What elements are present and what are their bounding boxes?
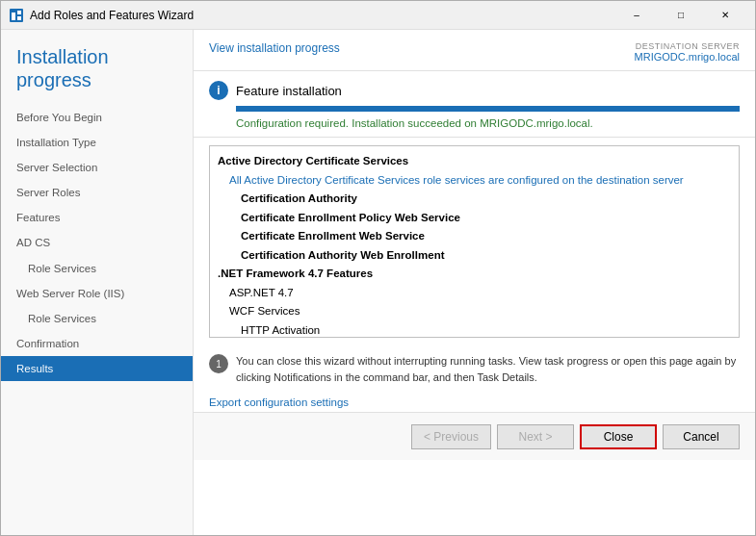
sidebar-item-server-selection[interactable]: Server Selection (1, 155, 193, 180)
window-title: Add Roles and Features Wizard (30, 9, 614, 22)
cancel-button[interactable]: Cancel (663, 424, 740, 449)
content-area: Installation progress Before You Begin I… (1, 30, 755, 535)
main-window: Add Roles and Features Wizard – □ ✕ Inst… (0, 0, 756, 536)
export-configuration-link[interactable]: Export configuration settings (209, 396, 740, 408)
list-item: All Active Directory Certificate Service… (218, 171, 731, 191)
progress-bar-fill (236, 106, 740, 112)
success-text: Configuration required. Installation suc… (236, 117, 740, 129)
sidebar-item-role-services-1[interactable]: Role Services (1, 256, 193, 281)
server-name: MRIGODC.mrigo.local (635, 51, 740, 63)
list-item: Certificate Enrollment Web Service (218, 227, 731, 246)
main-panel: View installation progress DESTINATION S… (194, 30, 755, 535)
info-number-badge: 1 (209, 354, 228, 373)
sidebar: Installation progress Before You Begin I… (1, 30, 194, 535)
svg-rect-1 (12, 13, 15, 16)
progress-area: i Feature installation Configuration req… (194, 71, 755, 138)
list-item: Certificate Enrollment Policy Web Servic… (218, 209, 731, 228)
sidebar-header: Installation progress (1, 30, 193, 101)
page-title: Installation progress (16, 45, 177, 91)
minimize-button[interactable]: – (614, 1, 659, 30)
sidebar-item-server-roles[interactable]: Server Roles (1, 180, 193, 205)
list-item: ASP.NET 4.7 (218, 284, 731, 303)
list-item: HTTP Activation (218, 321, 731, 338)
sidebar-item-features[interactable]: Features (1, 205, 193, 230)
list-item: WCF Services (218, 302, 731, 321)
feature-install-label: Feature installation (236, 84, 342, 98)
svg-rect-2 (17, 11, 21, 14)
svg-rect-3 (17, 16, 21, 20)
close-button[interactable]: Close (580, 424, 657, 449)
sidebar-item-results[interactable]: Results (1, 356, 193, 381)
window-controls: – □ ✕ (614, 1, 747, 30)
feature-install-row: i Feature installation (209, 81, 740, 100)
sidebar-nav: Before You Begin Installation Type Serve… (1, 101, 193, 385)
next-button[interactable]: Next > (497, 424, 574, 449)
maximize-button[interactable]: □ (659, 1, 703, 30)
close-window-button[interactable]: ✕ (703, 1, 747, 30)
sidebar-item-before-you-begin[interactable]: Before You Begin (1, 105, 193, 130)
sidebar-item-ad-cs[interactable]: AD CS (1, 230, 193, 255)
main-header: View installation progress DESTINATION S… (194, 30, 755, 71)
sidebar-item-role-services-2[interactable]: Role Services (1, 306, 193, 331)
list-item: Active Directory Certificate Services (218, 152, 731, 171)
destination-server-info: DESTINATION SERVER MRIGODC.mrigo.local (635, 41, 740, 63)
app-icon (9, 8, 24, 23)
title-bar: Add Roles and Features Wizard – □ ✕ (1, 1, 755, 30)
view-progress-label: View installation progress (209, 41, 340, 55)
features-list: Active Directory Certificate Services Al… (210, 146, 739, 338)
destination-server-label: DESTINATION SERVER (635, 41, 740, 51)
svg-rect-4 (12, 16, 15, 20)
footer: < Previous Next > Close Cancel (194, 412, 755, 460)
list-item: Certification Authority (218, 190, 731, 209)
progress-bar-container (236, 106, 740, 112)
info-description: You can close this wizard without interr… (236, 353, 740, 385)
features-panel: Active Directory Certificate Services Al… (209, 145, 740, 338)
sidebar-item-installation-type[interactable]: Installation Type (1, 130, 193, 155)
sidebar-item-web-server-role[interactable]: Web Server Role (IIS) (1, 281, 193, 306)
list-item: .NET Framework 4.7 Features (218, 265, 731, 284)
sidebar-item-confirmation[interactable]: Confirmation (1, 331, 193, 356)
previous-button[interactable]: < Previous (411, 424, 491, 449)
list-item: Certification Authority Web Enrollment (218, 246, 731, 266)
info-circle-icon: i (209, 81, 228, 100)
info-section: 1 You can close this wizard without inte… (209, 353, 740, 385)
